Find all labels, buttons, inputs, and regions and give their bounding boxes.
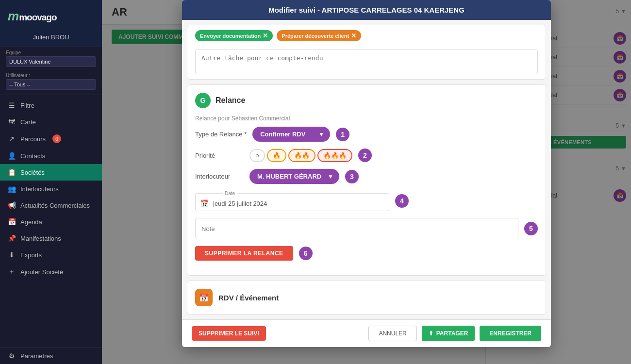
delete-relance-button[interactable]: SUPPRIMER LA RELANCE <box>195 246 293 261</box>
sidebar-item-interlocuteurs[interactable]: 👥 Interlocuteurs <box>0 181 102 197</box>
sidebar-logo: mmoovago <box>0 0 102 30</box>
logo-text: mmoovago <box>8 9 57 24</box>
interlocuteur-select[interactable]: M. HUBERT GÉRARD <box>249 169 339 184</box>
modal-body: Envoyer documentation ✕ Préparer découve… <box>182 20 551 319</box>
actualites-icon: 📢 <box>8 201 16 209</box>
manifestations-icon: 📌 <box>8 234 16 242</box>
priority-group: ○ 🔥 🔥🔥 🔥🔥🔥 <box>249 149 352 162</box>
rdv-icon: 📅 <box>195 289 213 306</box>
main-content: AR Sébastien Commercial AJOUTER SUIVI CO… <box>102 0 631 364</box>
modal-overlay: Modifier suivi - ARTIPOSE CARRELAGES 04 … <box>102 0 631 364</box>
settings-icon: ⚙ <box>8 352 16 360</box>
autre-tache-input[interactable] <box>195 49 538 74</box>
interlocuteur-wrapper: M. HUBERT GÉRARD ▼ <box>249 169 339 184</box>
step-2-badge: 2 <box>358 149 372 162</box>
modal: Modifier suivi - ARTIPOSE CARRELAGES 04 … <box>182 0 551 347</box>
priority-med-btn[interactable]: 🔥🔥 <box>288 149 316 162</box>
tag-close-2[interactable]: ✕ <box>351 32 356 39</box>
priorite-label: Priorité <box>195 152 244 159</box>
sidebar: mmoovago Julien BROU Equipe : DULUX Vale… <box>0 0 102 364</box>
priority-low-btn[interactable]: 🔥 <box>267 149 286 162</box>
map-icon: 🗺 <box>8 118 16 126</box>
relance-icon: G <box>195 93 211 108</box>
add-icon: ＋ <box>8 267 16 276</box>
sidebar-item-filtre[interactable]: ☰ Filtre <box>0 97 102 114</box>
date-value: jeudi 25 juillet 2024 <box>213 200 267 207</box>
modal-header: Modifier suivi - ARTIPOSE CARRELAGES 04 … <box>182 0 551 20</box>
calendar-icon: 📅 <box>200 199 209 207</box>
cancel-button[interactable]: ANNULER <box>368 326 416 341</box>
tag-close-1[interactable]: ✕ <box>263 32 268 39</box>
share-icon: ⬆ <box>429 330 433 337</box>
interlocuteurs-icon: 👥 <box>8 185 16 193</box>
divider <box>0 95 102 95</box>
relance-title: Relance <box>216 96 245 105</box>
date-row: Date 📅 jeudi 25 juillet 2024 4 <box>195 191 538 211</box>
note-row: 5 <box>195 218 538 239</box>
type-relance-row: Type de Relance * Confirmer RDV ▼ 1 <box>195 127 538 142</box>
utilisateur-select[interactable]: -- Tous -- <box>6 79 96 90</box>
agenda-icon: 📅 <box>8 218 16 226</box>
sidebar-item-agenda[interactable]: 📅 Agenda <box>0 214 102 230</box>
sidebar-item-societes[interactable]: 📋 Sociétés <box>0 164 102 181</box>
sidebar-item-actualites[interactable]: 📢 Actualités Commerciales <box>0 197 102 214</box>
sidebar-item-parametres[interactable]: ⚙ Paramètres <box>0 347 102 364</box>
sidebar-item-manifestations[interactable]: 📌 Manifestations <box>0 230 102 247</box>
equipe-select[interactable]: DULUX Valentine <box>6 56 96 67</box>
equipe-field: Equipe : DULUX Valentine <box>0 47 102 70</box>
interlocuteur-row: Interlocuteur M. HUBERT GÉRARD ▼ 3 <box>195 169 538 184</box>
contacts-icon: 👤 <box>8 152 16 160</box>
sidebar-item-carte[interactable]: 🗺 Carte <box>0 114 102 130</box>
tag-envoyer[interactable]: Envoyer documentation ✕ <box>195 30 273 41</box>
rdv-section: 📅 RDV / Événement <box>187 281 546 314</box>
relance-section: G Relance Relance pour Sébastien Commerc… <box>187 84 546 276</box>
type-relance-select[interactable]: Confirmer RDV <box>252 127 330 142</box>
save-button[interactable]: ENREGISTRER <box>480 326 541 341</box>
type-relance-wrapper: Confirmer RDV ▼ <box>252 127 330 142</box>
share-button[interactable]: ⬆ PARTAGER <box>422 326 475 341</box>
step-4-badge: 4 <box>395 194 409 208</box>
rdv-title: RDV / Événement <box>218 294 279 302</box>
route-icon: ↗ <box>8 135 16 143</box>
delete-suivi-button[interactable]: SUPPRIMER LE SUIVI <box>192 326 266 341</box>
step-5-badge: 5 <box>524 222 538 235</box>
tags-area: Envoyer documentation ✕ Préparer découve… <box>187 25 546 80</box>
exports-icon: ⬇ <box>8 251 16 259</box>
modal-footer: SUPPRIMER LE SUIVI ANNULER ⬆ PARTAGER EN… <box>182 319 551 347</box>
type-relance-label: Type de Relance * <box>195 131 247 138</box>
note-input[interactable] <box>195 218 518 239</box>
tag-preparer[interactable]: Préparer découverte client ✕ <box>277 30 361 41</box>
utilisateur-field: Utilisateur : -- Tous -- <box>0 70 102 93</box>
date-legend: Date <box>223 191 237 196</box>
societes-icon: 📋 <box>8 168 16 176</box>
sidebar-username: Julien BROU <box>0 30 102 47</box>
step-1-badge: 1 <box>336 128 349 141</box>
sidebar-item-exports[interactable]: ⬇ Exports <box>0 247 102 263</box>
sidebar-item-contacts[interactable]: 👤 Contacts <box>0 148 102 164</box>
priorite-row: Priorité ○ 🔥 🔥🔥 🔥🔥🔥 2 <box>195 149 538 162</box>
date-wrapper: Date 📅 jeudi 25 juillet 2024 <box>195 191 389 211</box>
filter-icon: ☰ <box>8 101 16 109</box>
interlocuteur-label: Interlocuteur <box>195 173 244 180</box>
sidebar-item-ajouter[interactable]: ＋ Ajouter Société <box>0 263 102 281</box>
priority-high-btn[interactable]: 🔥🔥🔥 <box>317 149 352 162</box>
parcours-badge: 0 <box>52 134 61 143</box>
sidebar-item-parcours[interactable]: ↗ Parcours 0 <box>0 130 102 148</box>
relance-header: G Relance <box>195 93 538 108</box>
step-6-badge: 6 <box>299 247 313 260</box>
footer-right-actions: ANNULER ⬆ PARTAGER ENREGISTRER <box>368 326 541 341</box>
step-3-badge: 3 <box>345 170 359 183</box>
delete-relance-row: SUPPRIMER LA RELANCE 6 <box>195 246 538 261</box>
sidebar-bottom: ⚙ Paramètres <box>0 347 102 364</box>
priority-none-btn[interactable]: ○ <box>249 149 265 162</box>
relance-pour-label: Relance pour Sébastien Commercial <box>195 115 538 122</box>
